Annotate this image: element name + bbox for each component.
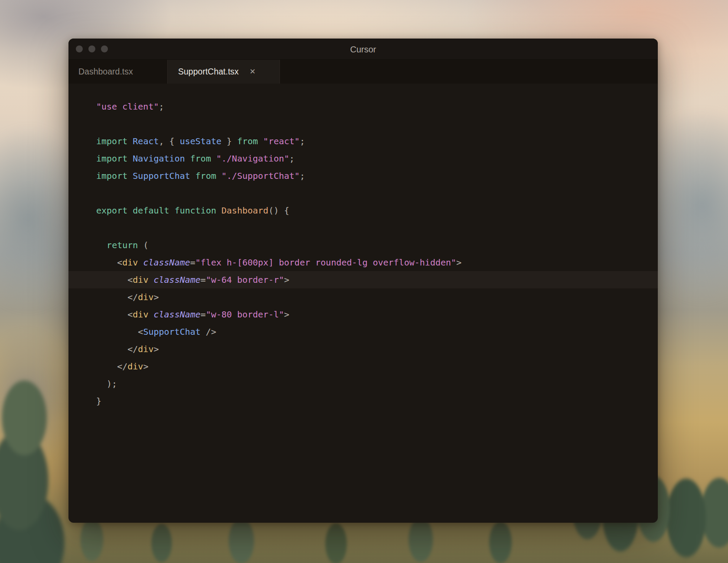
code-line[interactable]: </div> <box>68 288 658 306</box>
code-editor[interactable]: "use client"; import React, { useState }… <box>68 84 658 410</box>
code-line[interactable]: <div className="w-80 border-l"> <box>68 306 658 323</box>
tab-label: Dashboard.tsx <box>78 67 133 77</box>
window-title: Cursor <box>68 39 658 59</box>
code-line[interactable]: import Navigation from "./Navigation"; <box>68 150 658 167</box>
code-line[interactable]: </div> <box>68 358 658 375</box>
tab-label: SupportChat.tsx <box>178 67 239 77</box>
code-line[interactable] <box>68 219 658 236</box>
code-line[interactable]: import React, { useState } from "react"; <box>68 133 658 150</box>
code-line[interactable]: <div className="flex h-[600px] border ro… <box>68 254 658 271</box>
code-area[interactable]: "use client"; import React, { useState }… <box>68 98 658 410</box>
code-line[interactable]: return ( <box>68 236 658 254</box>
code-line[interactable]: export default function Dashboard() { <box>68 202 658 219</box>
desktop: Cursor Dashboard.tsx SupportChat.tsx ✕ "… <box>0 0 728 563</box>
close-tab-icon[interactable]: ✕ <box>248 67 257 77</box>
code-line[interactable]: <SupportChat /> <box>68 323 658 340</box>
tab-bar: Dashboard.tsx SupportChat.tsx ✕ <box>68 59 658 84</box>
code-line[interactable]: <div className="w-64 border-r"> <box>68 271 658 288</box>
code-line[interactable]: </div> <box>68 340 658 358</box>
tab-supportchat[interactable]: SupportChat.tsx ✕ <box>167 60 280 84</box>
code-line[interactable]: import SupportChat from "./SupportChat"; <box>68 167 658 184</box>
tab-dashboard[interactable]: Dashboard.tsx <box>68 60 167 84</box>
code-line[interactable]: } <box>68 392 658 410</box>
cursor-window: Cursor Dashboard.tsx SupportChat.tsx ✕ "… <box>68 39 658 523</box>
titlebar[interactable]: Cursor <box>68 39 658 59</box>
code-line[interactable]: ); <box>68 375 658 392</box>
code-line[interactable]: "use client"; <box>68 98 658 115</box>
code-line[interactable] <box>68 184 658 202</box>
code-line[interactable] <box>68 115 658 133</box>
